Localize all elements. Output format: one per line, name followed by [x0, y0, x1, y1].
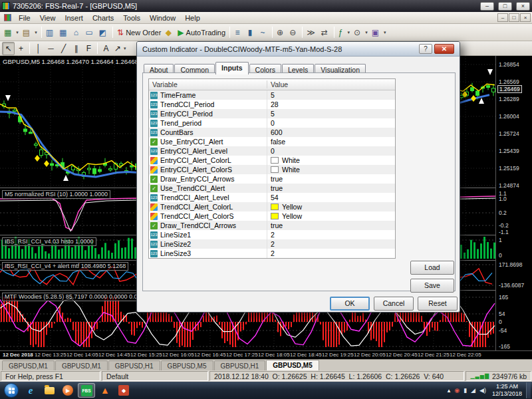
minimize-button[interactable]: – [480, 2, 494, 11]
show-desktop-button[interactable] [526, 382, 531, 398]
toolbar-button[interactable]: ▤ ▾ [21, 26, 39, 39]
menu-item[interactable]: Help [180, 13, 205, 23]
variable-value-cell[interactable]: White [267, 165, 395, 174]
variable-value-cell[interactable]: 0 [267, 146, 395, 156]
save-button[interactable]: Save [410, 279, 454, 293]
table-row[interactable]: 123 TimeFrame 5 [149, 90, 395, 100]
dialog-close-button[interactable]: ✕ [434, 44, 454, 54]
variable-value-cell[interactable]: 5 [267, 109, 395, 118]
variable-value-cell[interactable]: false [267, 137, 395, 146]
table-row[interactable]: 123 EntryCCI_Period 5 [149, 109, 395, 118]
toolbar-button[interactable]: ⇄ ▾ [319, 26, 332, 39]
table-row[interactable]: 123 EntryCCI_Alert_Level 0 [149, 146, 395, 156]
table-row[interactable]: 123 Trend_period 0 [149, 118, 395, 128]
table-row[interactable]: ✓ Draw_TrendCCI_Arrows true [149, 221, 395, 230]
variable-value-cell[interactable]: 5 [267, 90, 395, 100]
table-row[interactable]: 123 TrendCCI_Period 28 [149, 100, 395, 109]
taskbar-app-button[interactable]: FBS [78, 383, 95, 398]
dialog-tab[interactable]: Inputs [215, 62, 249, 74]
variable-value-cell[interactable]: Yellow [267, 202, 395, 211]
table-row[interactable]: ✓ Draw_EntryCCI_Arrows true [149, 174, 395, 184]
drawing-tool-button[interactable]: ∥ ▾ [70, 42, 82, 55]
column-header-variable[interactable]: Variable [149, 80, 267, 88]
tray-icon[interactable]: ▴ [448, 387, 451, 394]
variable-value-cell[interactable]: Yellow [267, 211, 395, 221]
cancel-button[interactable]: Cancel [374, 297, 414, 311]
toolbar-button[interactable]: ⊖ ▾ [287, 26, 300, 39]
toolbar-button[interactable]: ▦ ▾ [57, 26, 70, 39]
toolbar-button[interactable]: ƒ ▾ [336, 26, 352, 39]
time-axis[interactable]: 12 Dec 201812 Dec 13:2512 Dec 14:0512 De… [0, 350, 532, 359]
table-row[interactable]: ✓ Use_TrendCCI_Alert true [149, 184, 395, 193]
reset-button[interactable]: Reset [418, 297, 458, 311]
toolbar-button[interactable]: ⊙ ▾ [352, 26, 370, 39]
drawing-tool-button[interactable]: A ▾ [100, 42, 112, 55]
table-row[interactable]: 123 CountBars 600 [149, 128, 395, 137]
window-titlebar[interactable]: 7305206: FBS-Real-7 - [GBPUSD,M5] – □ × [0, 0, 532, 12]
maximize-button[interactable]: □ [498, 2, 512, 11]
drawing-tool-button[interactable]: ─ ▾ [45, 42, 57, 55]
toolbar-button[interactable]: ▦ ▾ [2, 26, 21, 39]
menu-item[interactable]: File [14, 13, 35, 23]
taskbar-app-button[interactable]: ▶ [59, 383, 76, 398]
table-row[interactable]: TrendCCI_Alert_ColorS Yellow [149, 211, 395, 221]
table-row[interactable]: 123 TrendCCI_Alert_Level 54 [149, 193, 395, 202]
variable-value-cell[interactable]: 2 [267, 249, 395, 258]
tray-icon[interactable]: ◉ [454, 387, 460, 394]
drawing-tool-button[interactable]: ↖ ▾ [2, 42, 15, 55]
toolbar-button[interactable]: ▶ AutoTrading ▾ [176, 26, 227, 39]
toolbar-button[interactable]: ◆ ▾ [163, 26, 176, 39]
menu-item[interactable]: Charts [88, 13, 118, 23]
taskbar-app-button[interactable]: ◆ [115, 383, 132, 398]
chart-tab[interactable]: GBPUSD,H1 [214, 360, 266, 370]
variable-value-cell[interactable]: White [267, 156, 395, 165]
variable-value-cell[interactable]: 0 [267, 118, 395, 128]
menu-item[interactable]: View [35, 13, 61, 23]
taskbar-clock[interactable]: 1:25 AM 12/13/2018 [492, 383, 522, 398]
toolbar-button[interactable]: ◩ ▾ [97, 26, 110, 39]
tray-icon[interactable]: ◀) [479, 387, 486, 394]
taskbar-app-button[interactable] [41, 383, 58, 398]
toolbar-button[interactable]: ▮ ▾ [245, 26, 257, 39]
taskbar-app-button[interactable]: e [22, 383, 39, 398]
tray-icon[interactable]: ▮ [464, 387, 467, 394]
chart-tab[interactable]: GBPUSD,M1 [2, 360, 55, 370]
drawing-tool-button[interactable]: F ▾ [82, 42, 95, 55]
status-profile[interactable]: Default [102, 371, 208, 381]
chart-window-icon[interactable] [4, 14, 11, 21]
load-button[interactable]: Load [410, 261, 454, 275]
start-button[interactable] [4, 383, 19, 398]
chart-tab[interactable]: GBPUSD,H1 [108, 360, 160, 370]
toolbar-button[interactable]: ≫ ▾ [305, 26, 319, 39]
column-header-value[interactable]: Value [267, 80, 395, 88]
taskbar-app-button[interactable]: ▲ [96, 383, 114, 398]
menu-item[interactable]: Window [145, 13, 180, 23]
close-button[interactable]: × [516, 2, 530, 11]
chart-tab[interactable]: GBPUSD,M5 [161, 360, 213, 370]
variable-value-cell[interactable]: true [267, 221, 395, 230]
table-row[interactable]: ✓ Use_EntryCCI_Alert false [149, 137, 395, 146]
table-row[interactable]: 123 LineSize1 2 [149, 230, 395, 239]
variable-value-cell[interactable]: 2 [267, 230, 395, 239]
menu-item[interactable]: Insert [60, 13, 88, 23]
dialog-titlebar[interactable]: Custom Indicator - DoubleCCIWoody-MTF-m5… [137, 42, 460, 57]
variable-value-cell[interactable]: true [267, 184, 395, 193]
variable-value-cell[interactable]: 2 [267, 239, 395, 249]
drawing-tool-button[interactable]: │ ▾ [32, 42, 45, 55]
chart-tab[interactable]: GBPUSD,M5 [266, 360, 319, 370]
menu-item[interactable]: Tools [118, 13, 145, 23]
tray-icon[interactable]: ◢ [471, 387, 475, 394]
variable-value-cell[interactable]: 54 [267, 193, 395, 202]
variable-value-cell[interactable]: true [267, 174, 395, 184]
chart-tab[interactable]: GBPUSD,M1 [55, 360, 108, 370]
toolbar-button[interactable]: ▥ ▾ [44, 26, 57, 39]
table-row[interactable]: EntryCCI_Alert_ColorL White [149, 156, 395, 165]
toolbar-button[interactable]: ⌂ ▾ [70, 26, 83, 39]
price-axis[interactable]: 1.268541.265691.262891.260041.257241.254… [495, 56, 532, 350]
toolbar-button[interactable]: ≡ ▾ [232, 26, 245, 39]
drawing-tool-button[interactable]: ↗ ▾ [112, 42, 128, 55]
variable-value-cell[interactable]: 600 [267, 128, 395, 137]
dialog-help-button[interactable]: ? [419, 44, 432, 54]
drawing-tool-button[interactable]: ╱ ▾ [57, 42, 70, 55]
table-row[interactable]: 123 LineSize3 2 [149, 249, 395, 258]
